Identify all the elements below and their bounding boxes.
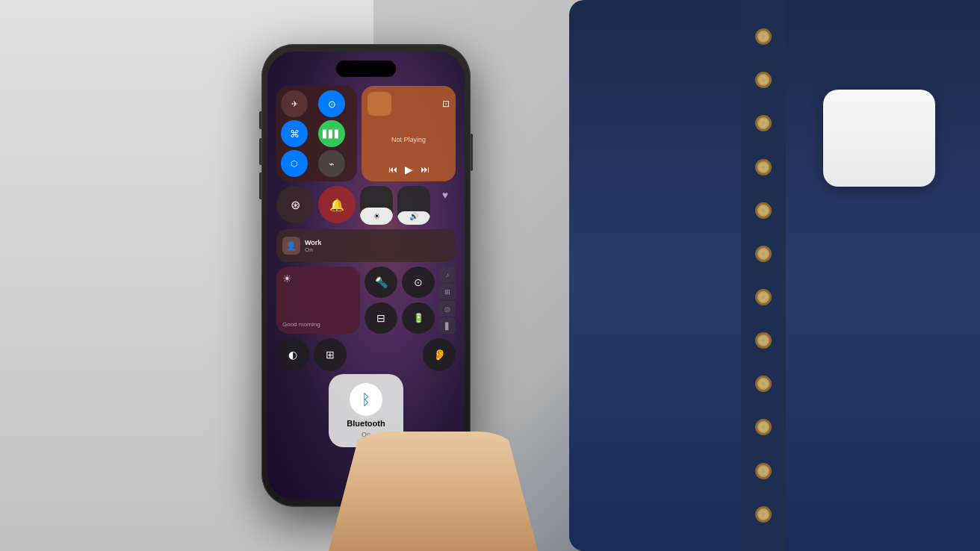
bluetooth-grid-button[interactable]: ⬡ (281, 150, 308, 177)
cellular-button[interactable]: ▋▋▋ (318, 120, 345, 147)
row5: ◐ ⊞ 👂 (276, 338, 456, 371)
airpods-case (823, 90, 935, 187)
ring (755, 159, 772, 175)
lock-rotation-icon: ⊛ (291, 198, 300, 212)
airdrop-icon: ⌁ (329, 158, 335, 169)
small-controls-col1: 🔦 ⊟ (365, 267, 397, 334)
volume-slider[interactable]: 🔊 (397, 186, 430, 225)
dynamic-island (336, 60, 396, 77)
mute-switch[interactable] (259, 111, 261, 129)
ear-icon: 👂 (433, 349, 446, 361)
airdrop-button[interactable]: ⌁ (318, 150, 345, 177)
ring (755, 506, 772, 523)
play-button[interactable]: ▶ (405, 164, 413, 175)
connectivity-grid: ✈ ⊙ ⌘ ▋▋▋ ⬡ (276, 86, 357, 181)
silent-mode-button[interactable]: 🔔 (318, 186, 356, 223)
battery-icon: 🔋 (413, 313, 424, 323)
next-button[interactable]: ⏭ (421, 164, 429, 175)
bell-slash-icon: 🔔 (329, 198, 344, 212)
record-icon: ⊙ (414, 276, 423, 288)
bluetooth-popup-icon: ᛒ (350, 383, 382, 416)
ring (755, 419, 772, 435)
volume-up-button[interactable] (259, 138, 261, 165)
remote-icon: ⊟ (376, 312, 385, 324)
small-controls-col2: ⊙ 🔋 (402, 267, 435, 334)
nfc-icon: ◎ (439, 301, 456, 317)
sliders-container: ☀ 🔊 (360, 186, 430, 225)
add-widget-button[interactable]: ⊞ (314, 338, 347, 371)
music-recognition-button[interactable]: ♥ (435, 186, 456, 225)
airplane-icon: ✈ (291, 99, 298, 109)
record-button[interactable]: ⊙ (402, 267, 435, 298)
scene: ✈ ⊙ ⌘ ▋▋▋ ⬡ (0, 0, 980, 551)
ring (755, 246, 772, 262)
bluetooth-symbol: ᛒ (362, 391, 370, 408)
focus-on-label: On (305, 246, 450, 253)
work-focus-text: Work On (305, 239, 450, 253)
volume-icon: 🔊 (409, 212, 418, 220)
now-playing-widget[interactable]: ⊡ Not Playing ⏮ ▶ ⏭ (362, 86, 456, 181)
add-widget-icon: ⊞ (326, 349, 335, 361)
airplane-mode-button[interactable]: ✈ (281, 90, 308, 117)
ring (755, 289, 772, 305)
briefcase-icon: 👤 (286, 241, 297, 251)
sun-icon: ☀ (282, 273, 354, 284)
extra-icons: ♪ ⊞ ◎ ▋ (439, 267, 456, 334)
volume-down-button[interactable] (259, 172, 261, 199)
dark-mode-button[interactable]: ◐ (276, 338, 309, 371)
flashlight-button[interactable]: 🔦 (365, 267, 397, 298)
bluetooth-grid-icon: ⬡ (291, 159, 298, 169)
battery-button[interactable]: 🔋 (402, 302, 435, 334)
display-brightness-button[interactable]: ☀ Good morning (276, 267, 360, 334)
wifi-button[interactable]: ⌘ (281, 120, 308, 147)
flashlight-icon: 🔦 (375, 276, 388, 288)
personal-hotspot-button[interactable]: ⊙ (318, 90, 345, 117)
control-center: ✈ ⊙ ⌘ ▋▋▋ ⬡ (276, 86, 456, 462)
album-art (368, 92, 391, 116)
dark-mode-icon: ◐ (288, 349, 297, 361)
row-lock-bell-sliders: ⊛ 🔔 ☀ 🔊 (276, 186, 456, 225)
not-playing-label: Not Playing (368, 136, 450, 143)
row-brightness-controls: ☀ Good morning 🔦 ⊟ (276, 267, 456, 334)
signal-extra-icon: ▋ (439, 318, 456, 334)
work-label: Work (305, 239, 450, 246)
tv-remote-button[interactable]: ⊟ (365, 302, 397, 334)
row-focus-work: 👤 Work On (276, 229, 456, 262)
screen-icon: ⊞ (439, 284, 456, 299)
airplay-icon[interactable]: ⊡ (442, 99, 450, 109)
background-notebook (569, 0, 980, 551)
heart-icon: ♥ (442, 189, 448, 201)
work-focus-button[interactable]: 👤 Work On (276, 229, 456, 262)
now-playing-top: ⊡ (368, 92, 450, 116)
good-morning-label: Good morning (282, 321, 354, 328)
hotspot-icon: ⊙ (328, 99, 336, 110)
hearing-button[interactable]: 👂 (423, 338, 456, 371)
bluetooth-popup-label: Bluetooth (347, 419, 385, 428)
notebook-spine (741, 0, 786, 551)
playback-controls: ⏮ ▶ ⏭ (368, 164, 450, 175)
ring (755, 202, 772, 219)
power-button[interactable] (471, 134, 473, 171)
wifi-icon: ⌘ (290, 128, 300, 140)
ring (755, 332, 772, 349)
hand (329, 432, 538, 551)
previous-button[interactable]: ⏮ (388, 164, 397, 175)
ring (755, 463, 772, 479)
row-connectivity-nowplaying: ✈ ⊙ ⌘ ▋▋▋ ⬡ (276, 86, 456, 181)
signal-icon: ▋▋▋ (323, 130, 341, 138)
ring (755, 115, 772, 131)
focus-icon: 👤 (282, 237, 300, 255)
brightness-icon: ☀ (373, 212, 380, 220)
brightness-slider[interactable]: ☀ (360, 186, 393, 225)
ring (755, 376, 772, 392)
music-icon: ♪ (439, 267, 456, 282)
rotation-lock-button[interactable]: ⊛ (276, 186, 314, 223)
bottom-area: ◐ ⊞ 👂 ᛒ (276, 338, 456, 447)
ring (755, 28, 772, 45)
ring (755, 72, 772, 88)
